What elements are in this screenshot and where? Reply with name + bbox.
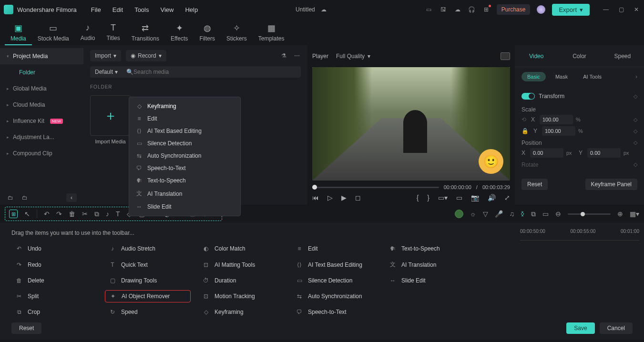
headset-icon[interactable]: 🎧 bbox=[468, 6, 476, 13]
sidebar-item-project-media[interactable]: ▾Project Media bbox=[0, 48, 83, 64]
ctx-silence-detection[interactable]: ▭Silence Detection bbox=[129, 137, 240, 150]
tab-stickers[interactable]: ✧Stickers bbox=[221, 20, 253, 45]
keyframe-diamond-icon[interactable]: ◇ bbox=[634, 161, 637, 168]
link-icon[interactable]: ⟲ bbox=[521, 116, 526, 123]
sub-mask[interactable]: Mask bbox=[550, 72, 573, 81]
cust-item-color-match[interactable]: ◐Color Match bbox=[198, 243, 284, 254]
export-button[interactable]: Export▾ bbox=[552, 4, 590, 16]
text-icon[interactable]: T bbox=[116, 210, 120, 218]
prop-tab-speed[interactable]: Speed bbox=[601, 45, 644, 67]
zoom-out-icon[interactable]: ⊖ bbox=[555, 210, 561, 218]
cc-icon[interactable]: ▭ bbox=[542, 210, 549, 218]
zoom-slider[interactable] bbox=[568, 213, 611, 215]
cust-item-ai-text-based-editing[interactable]: ⟨⟩AI Text Based Editing bbox=[292, 258, 378, 271]
cust-item-crop[interactable]: ⧉Crop bbox=[11, 306, 97, 318]
cust-item-auto-synchronization[interactable]: ⇆Auto Synchronization bbox=[292, 290, 378, 302]
lock-icon[interactable]: 🔒 bbox=[521, 128, 529, 134]
ctx-ai-text-editing[interactable]: ⟨⟩AI Text Based Editing bbox=[129, 125, 240, 137]
volume-icon[interactable]: 🔊 bbox=[488, 194, 496, 201]
scale-y-input[interactable] bbox=[542, 126, 575, 136]
quality-dropdown[interactable]: Full Quality▾ bbox=[336, 53, 370, 60]
ctx-slide-edit[interactable]: ↔Slide Edit bbox=[129, 201, 240, 213]
cust-item-slide-edit[interactable]: ↔Slide Edit bbox=[385, 275, 471, 286]
snapshot-icon[interactable] bbox=[501, 52, 510, 60]
dim-icon[interactable]: ☼ bbox=[470, 210, 476, 218]
customize-reset-button[interactable]: Reset bbox=[11, 322, 41, 334]
tab-stock-media[interactable]: ▭Stock Media bbox=[32, 20, 75, 45]
more-icon[interactable]: ⋯ bbox=[293, 52, 301, 60]
play-icon[interactable]: ▶ bbox=[341, 194, 347, 201]
sidebar-item-influence-kit[interactable]: ▸Influence KitNEW bbox=[0, 113, 83, 129]
search-input[interactable] bbox=[133, 69, 297, 75]
pointer-icon[interactable]: ↖ bbox=[24, 210, 30, 218]
scale-x-input[interactable] bbox=[540, 115, 573, 124]
collapse-sidebar-button[interactable]: ‹ bbox=[66, 193, 77, 202]
cust-item-motion-tracking[interactable]: ⊡Motion Tracking bbox=[198, 290, 284, 302]
cust-item-drawing-tools[interactable]: ▢Drawing Tools bbox=[105, 275, 191, 286]
tab-titles[interactable]: TTitles bbox=[101, 20, 125, 45]
ratio-icon[interactable]: ▭▾ bbox=[438, 194, 448, 201]
ctx-auto-sync[interactable]: ⇆Auto Synchronization bbox=[129, 150, 240, 162]
undo-icon[interactable]: ↶ bbox=[44, 210, 50, 218]
preview-video[interactable]: 🙂 bbox=[312, 67, 510, 181]
cust-item-audio-stretch[interactable]: ♪Audio Stretch bbox=[105, 243, 191, 254]
maximize-icon[interactable]: ▢ bbox=[617, 6, 625, 13]
ctx-speech-to-text[interactable]: 🗩Speech-to-Text bbox=[129, 162, 240, 174]
customize-cancel-button[interactable]: Cancel bbox=[600, 322, 633, 334]
keyframe-panel-button[interactable]: Keyframe Panel bbox=[585, 179, 637, 190]
ctx-keyframing[interactable]: ◇Keyframing bbox=[129, 100, 240, 112]
cust-item-delete[interactable]: 🗑Delete bbox=[11, 275, 97, 286]
redo-icon[interactable]: ↷ bbox=[56, 210, 62, 218]
sidebar-folder[interactable]: Folder bbox=[0, 64, 83, 80]
sidebar-item-cloud-media[interactable]: ▸Cloud Media bbox=[0, 97, 83, 113]
prop-tab-color[interactable]: Color bbox=[558, 45, 601, 67]
tab-effects[interactable]: ✦Effects bbox=[165, 20, 194, 45]
render-status-icon[interactable] bbox=[455, 210, 463, 218]
player-label[interactable]: Player bbox=[312, 53, 328, 60]
stop-icon[interactable]: ◻ bbox=[355, 194, 361, 201]
tab-transitions[interactable]: ⇄Transitions bbox=[126, 20, 165, 45]
marker-icon[interactable]: ▽ bbox=[483, 210, 488, 218]
keyframe-diamond-icon[interactable]: ◇ bbox=[634, 117, 637, 123]
cust-item-text-to-speech[interactable]: 🗣Text-to-Speech bbox=[385, 243, 471, 254]
cust-item-duration[interactable]: ⏱Duration bbox=[198, 275, 284, 286]
tab-filters[interactable]: ◍Filters bbox=[194, 20, 221, 45]
purchase-button[interactable]: Purchase bbox=[497, 4, 531, 15]
cust-item-ai-translation[interactable]: 文AI Translation bbox=[385, 258, 471, 271]
tab-audio[interactable]: ♪Audio bbox=[75, 20, 101, 45]
reset-button[interactable]: Reset bbox=[521, 179, 548, 190]
ctx-text-to-speech[interactable]: 🗣Text-to-Speech bbox=[129, 174, 240, 187]
sidebar-item-compound-clip[interactable]: ▸Compound Clip bbox=[0, 145, 83, 161]
search-box[interactable]: 🔍 bbox=[123, 66, 301, 78]
cust-item-ai-matting-tools[interactable]: ⊡AI Matting Tools bbox=[198, 258, 284, 271]
cust-item-quick-text[interactable]: TQuick Text bbox=[105, 258, 191, 271]
mic-icon[interactable]: 🎤 bbox=[495, 210, 503, 218]
new-bin-icon[interactable]: 🗀 bbox=[21, 194, 29, 201]
avatar[interactable] bbox=[537, 5, 545, 14]
cust-item-split[interactable]: ✂Split bbox=[11, 290, 97, 302]
timeline-ruler[interactable]: 00:00:50:00 00:00:55:00 00:01:00 bbox=[520, 229, 639, 241]
cust-item-silence-detection[interactable]: ▭Silence Detection bbox=[292, 275, 378, 286]
import-button[interactable]: Import▾ bbox=[90, 50, 121, 61]
sidebar-item-global-media[interactable]: ▸Global Media bbox=[0, 80, 83, 97]
ctx-ai-translation[interactable]: 文AI Translation bbox=[129, 187, 240, 201]
cust-item-ai-object-remover[interactable]: ✦AI Object Remover bbox=[105, 290, 191, 302]
new-folder-icon[interactable]: 🗀 bbox=[7, 194, 14, 201]
menu-edit[interactable]: Edit bbox=[112, 6, 123, 13]
tab-media[interactable]: ▣Media bbox=[5, 20, 32, 45]
close-icon[interactable]: ✕ bbox=[633, 6, 640, 13]
play-backward-icon[interactable]: ▷ bbox=[327, 194, 333, 201]
zoom-in-icon[interactable]: ⊕ bbox=[617, 210, 623, 218]
cust-item-speech-to-text[interactable]: 🗩Speech-to-Text bbox=[292, 306, 378, 318]
menu-tools[interactable]: Tools bbox=[134, 6, 149, 13]
cust-item-speed[interactable]: ↻Speed bbox=[105, 306, 191, 318]
sidebar-item-adjustment-layer[interactable]: ▸Adjustment La... bbox=[0, 129, 83, 145]
split-icon[interactable]: ✂ bbox=[82, 210, 88, 218]
keyframe-diamond-icon[interactable]: ◇ bbox=[634, 128, 637, 134]
keyframe-diamond-icon[interactable]: ◇ bbox=[634, 140, 637, 146]
magnet-icon[interactable]: ⧲ bbox=[521, 210, 524, 218]
sort-dropdown[interactable]: Default▾ bbox=[90, 66, 123, 78]
menu-view[interactable]: View bbox=[160, 6, 174, 13]
ctx-edit[interactable]: ≡Edit bbox=[129, 112, 240, 125]
cloud-icon[interactable]: ☁ bbox=[454, 6, 461, 13]
